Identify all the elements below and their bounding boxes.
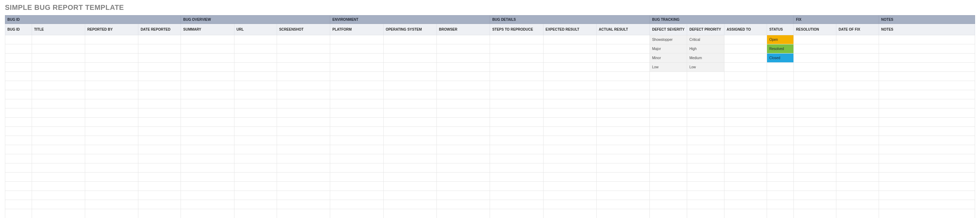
cell[interactable] bbox=[277, 136, 330, 145]
cell[interactable] bbox=[383, 72, 436, 81]
cell[interactable] bbox=[85, 191, 138, 200]
cell[interactable] bbox=[543, 127, 596, 136]
cell[interactable] bbox=[767, 154, 794, 164]
cell[interactable] bbox=[650, 118, 687, 127]
cell[interactable] bbox=[490, 35, 543, 45]
cell[interactable] bbox=[490, 209, 543, 218]
cell[interactable] bbox=[879, 63, 975, 72]
cell[interactable] bbox=[138, 191, 181, 200]
cell[interactable] bbox=[794, 200, 836, 209]
cell[interactable] bbox=[383, 81, 436, 90]
cell[interactable] bbox=[32, 136, 85, 145]
cell[interactable] bbox=[277, 81, 330, 90]
cell[interactable] bbox=[85, 54, 138, 63]
cell[interactable] bbox=[543, 54, 596, 63]
cell[interactable] bbox=[181, 90, 234, 99]
cell[interactable] bbox=[181, 45, 234, 54]
cell[interactable] bbox=[85, 154, 138, 164]
cell[interactable] bbox=[836, 191, 879, 200]
cell[interactable] bbox=[437, 200, 490, 209]
status-cell[interactable]: Closed bbox=[767, 54, 794, 63]
cell[interactable] bbox=[234, 182, 277, 191]
cell[interactable] bbox=[437, 45, 490, 54]
cell[interactable] bbox=[543, 45, 596, 54]
cell[interactable] bbox=[597, 63, 650, 72]
cell[interactable] bbox=[5, 90, 32, 99]
cell[interactable] bbox=[650, 145, 687, 154]
cell[interactable] bbox=[490, 164, 543, 173]
cell[interactable] bbox=[330, 63, 383, 72]
cell[interactable] bbox=[383, 90, 436, 99]
cell[interactable] bbox=[836, 108, 879, 118]
cell[interactable] bbox=[794, 35, 836, 45]
cell[interactable] bbox=[85, 81, 138, 90]
cell[interactable] bbox=[597, 54, 650, 63]
cell[interactable] bbox=[330, 173, 383, 182]
cell[interactable] bbox=[687, 99, 724, 108]
cell[interactable] bbox=[5, 118, 32, 127]
cell[interactable] bbox=[687, 81, 724, 90]
cell[interactable] bbox=[383, 200, 436, 209]
cell[interactable] bbox=[277, 200, 330, 209]
cell[interactable] bbox=[767, 191, 794, 200]
cell[interactable] bbox=[277, 173, 330, 182]
cell[interactable] bbox=[234, 108, 277, 118]
cell[interactable] bbox=[85, 90, 138, 99]
cell[interactable] bbox=[724, 45, 767, 54]
cell[interactable] bbox=[724, 99, 767, 108]
cell[interactable] bbox=[138, 154, 181, 164]
cell[interactable] bbox=[687, 209, 724, 218]
cell[interactable] bbox=[32, 118, 85, 127]
cell[interactable] bbox=[794, 108, 836, 118]
cell[interactable] bbox=[5, 154, 32, 164]
cell[interactable] bbox=[879, 154, 975, 164]
cell[interactable] bbox=[767, 81, 794, 90]
cell[interactable] bbox=[85, 45, 138, 54]
cell[interactable] bbox=[437, 182, 490, 191]
cell[interactable] bbox=[437, 164, 490, 173]
cell[interactable] bbox=[277, 63, 330, 72]
cell[interactable] bbox=[138, 90, 181, 99]
cell[interactable] bbox=[879, 182, 975, 191]
cell[interactable] bbox=[879, 127, 975, 136]
cell[interactable] bbox=[138, 209, 181, 218]
cell[interactable] bbox=[836, 90, 879, 99]
cell[interactable] bbox=[32, 145, 85, 154]
cell[interactable] bbox=[543, 72, 596, 81]
cell[interactable] bbox=[85, 72, 138, 81]
cell[interactable] bbox=[724, 54, 767, 63]
cell[interactable] bbox=[767, 209, 794, 218]
cell[interactable] bbox=[138, 136, 181, 145]
cell[interactable] bbox=[32, 90, 85, 99]
cell[interactable] bbox=[879, 145, 975, 154]
cell[interactable] bbox=[650, 99, 687, 108]
cell[interactable] bbox=[767, 72, 794, 81]
cell[interactable] bbox=[543, 108, 596, 118]
cell[interactable] bbox=[138, 164, 181, 173]
cell[interactable] bbox=[687, 90, 724, 99]
cell[interactable] bbox=[724, 63, 767, 72]
cell[interactable] bbox=[32, 154, 85, 164]
cell[interactable] bbox=[85, 182, 138, 191]
cell[interactable] bbox=[836, 118, 879, 127]
cell[interactable] bbox=[490, 118, 543, 127]
cell[interactable] bbox=[5, 145, 32, 154]
cell[interactable] bbox=[437, 154, 490, 164]
cell[interactable] bbox=[879, 45, 975, 54]
cell[interactable] bbox=[724, 145, 767, 154]
cell[interactable] bbox=[767, 136, 794, 145]
cell[interactable] bbox=[330, 118, 383, 127]
cell[interactable] bbox=[543, 200, 596, 209]
cell[interactable] bbox=[836, 127, 879, 136]
cell[interactable] bbox=[794, 118, 836, 127]
cell[interactable] bbox=[383, 191, 436, 200]
cell[interactable] bbox=[5, 164, 32, 173]
cell[interactable] bbox=[277, 45, 330, 54]
cell[interactable] bbox=[330, 54, 383, 63]
cell[interactable] bbox=[597, 118, 650, 127]
cell[interactable] bbox=[5, 191, 32, 200]
cell[interactable] bbox=[836, 35, 879, 45]
cell[interactable] bbox=[437, 127, 490, 136]
cell[interactable] bbox=[879, 173, 975, 182]
cell[interactable] bbox=[181, 99, 234, 108]
